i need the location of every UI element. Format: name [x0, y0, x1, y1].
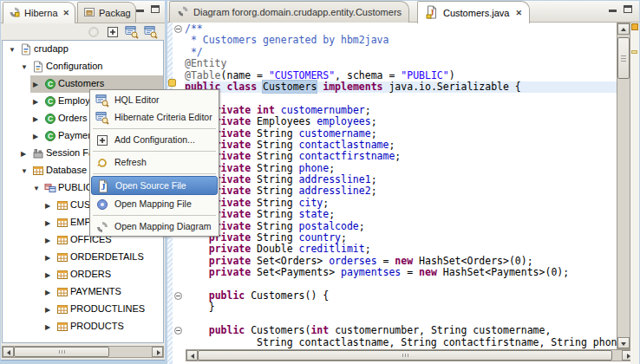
collapse-arrow-icon[interactable]: ▼	[21, 167, 28, 175]
scroll-up-button[interactable]	[617, 23, 630, 35]
menu-item-open-source-file[interactable]: JOpen Source File	[91, 176, 218, 195]
svg-text:J: J	[101, 182, 106, 192]
maximize-icon[interactable]	[151, 5, 160, 13]
scroll-down-button[interactable]	[617, 337, 630, 348]
expand-arrow-icon[interactable]: ▶	[33, 98, 38, 106]
scroll-thumb[interactable]	[198, 350, 612, 361]
left-view-toolbar	[1, 24, 165, 40]
tree-item-payments[interactable]: ▶PAYMENTS	[3, 283, 163, 301]
close-icon[interactable]: ✕	[515, 9, 522, 17]
editor-tabbar: Diagram fororg.domain.crudapp.entity.Cus…	[167, 1, 639, 23]
tree-item-products[interactable]: ▶PRODUCTS	[3, 318, 163, 335]
collapse-arrow-icon[interactable]: ▼	[9, 46, 16, 54]
code-line: private Employees employees;	[185, 116, 617, 127]
scroll-left-button[interactable]	[3, 347, 14, 357]
scroll-right-button[interactable]	[152, 347, 163, 357]
expand-arrow-icon[interactable]: ▶	[33, 115, 38, 123]
overview-annotation-icon	[631, 23, 638, 30]
code-line: private String phone;	[185, 163, 617, 174]
code-line: public class Customers implements java.i…	[185, 81, 617, 93]
menu-item-label: Open Mapping File	[114, 198, 192, 209]
tab-package-explorer[interactable]: Packag	[77, 2, 136, 23]
overview-ruler[interactable]	[630, 23, 639, 364]
expand-arrow-icon[interactable]: ▶	[33, 81, 38, 88]
expand-arrow-icon[interactable]: ▶	[45, 271, 50, 279]
fold-collapse-icon[interactable]	[174, 292, 182, 300]
menu-item-refresh[interactable]: Refresh	[91, 153, 218, 171]
menu-item-hibernate-criteria-editor[interactable]: Hibernate Criteria Editor	[91, 108, 218, 126]
expand-arrow-icon[interactable]: ▶	[45, 306, 50, 314]
eclipse-window: Hiberna ✕ Packag ▼crudapp▼Configuration▶…	[0, 0, 640, 364]
tree-item-configuration[interactable]: ▼Configuration	[3, 58, 163, 75]
fold-collapse-icon[interactable]	[174, 25, 182, 33]
tab-hibernate-configurations[interactable]: Hiberna ✕	[3, 2, 75, 23]
scroll-thumb[interactable]	[14, 347, 109, 357]
add-configuration-icon	[95, 133, 109, 146]
code-line: private String addressline1;	[185, 174, 617, 185]
menu-separator	[91, 171, 218, 176]
minimize-icon[interactable]	[609, 5, 617, 13]
tab-customers-java[interactable]: J Customers.java ✕	[417, 1, 530, 23]
java-file-icon: J	[96, 179, 110, 192]
code-line: }	[185, 302, 617, 313]
add-configuration-icon[interactable]	[106, 25, 120, 39]
tree-item-crudapp[interactable]: ▼crudapp	[3, 41, 163, 58]
table-icon	[56, 303, 69, 315]
expand-arrow-icon[interactable]: ▶	[45, 289, 50, 296]
hql-editor-icon[interactable]	[125, 25, 139, 39]
tab-label: Packag	[99, 8, 131, 18]
criteria-editor-icon[interactable]	[144, 25, 158, 39]
code-line: private String contactfirstname;	[185, 151, 617, 162]
tree-item-label: PRODUCTLINES	[70, 303, 145, 314]
code-line: public Customers() {	[185, 290, 617, 302]
scroll-thumb[interactable]	[617, 37, 630, 79]
sql-editor-icon	[95, 94, 109, 106]
left-view-buttons	[136, 5, 160, 13]
menu-separator	[91, 126, 218, 131]
code-line: private Double creditlimit;	[185, 244, 617, 255]
expand-arrow-icon[interactable]: ▶	[21, 150, 26, 158]
tree-item-label: PUBLIC	[58, 182, 93, 192]
tree-item-productlines[interactable]: ▶PRODUCTLINES	[3, 301, 163, 318]
menu-item-open-mapping-file[interactable]: Open Mapping File	[91, 195, 218, 212]
table-icon	[56, 234, 69, 246]
menu-item-hql-editor[interactable]: HQL Editor	[91, 91, 218, 108]
editor-vscrollbar[interactable]	[617, 23, 630, 349]
menu-item-add-configuration[interactable]: Add Configuration...	[91, 131, 218, 148]
tree-item-orders[interactable]: ▶ORDERS	[3, 266, 163, 283]
close-icon[interactable]: ✕	[63, 9, 70, 17]
svg-text:C: C	[48, 114, 53, 123]
minimize-icon[interactable]	[136, 5, 144, 13]
package-explorer-icon	[83, 6, 95, 20]
tab-diagram[interactable]: Diagram fororg.domain.crudapp.entity.Cus…	[169, 1, 409, 23]
tree-item-orderdetails[interactable]: ▶ORDERDETAILS	[3, 249, 163, 266]
expand-arrow-icon[interactable]: ▶	[45, 219, 50, 227]
code-line: private String postalcode;	[185, 221, 617, 232]
code-line: private Set<Orders> orderses = new HashS…	[185, 256, 617, 267]
left-tree-hscrollbar[interactable]	[2, 346, 164, 358]
editor-hscrollbar[interactable]	[186, 349, 634, 361]
expand-arrow-icon[interactable]: ▶	[45, 323, 50, 331]
class-green-icon: C	[44, 95, 56, 107]
menu-item-label: Open Source File	[115, 180, 186, 191]
maximize-icon[interactable]	[624, 5, 632, 13]
scroll-left-button[interactable]	[186, 350, 198, 361]
fold-collapse-icon[interactable]	[174, 327, 182, 335]
code-line: private String addressline2;	[185, 185, 617, 197]
collapse-all-icon[interactable]	[87, 25, 101, 39]
left-view-tabbar: Hiberna ✕ Packag	[1, 1, 165, 23]
collapse-arrow-icon[interactable]: ▼	[21, 63, 28, 71]
svg-text:C: C	[48, 132, 53, 140]
tree-item-label: crudapp	[34, 43, 69, 54]
diagram-icon	[177, 5, 189, 19]
menu-item-open-mapping-diagram[interactable]: Open Mapping Diagram	[91, 218, 218, 235]
collapse-arrow-icon[interactable]: ▼	[33, 185, 40, 192]
expand-arrow-icon[interactable]: ▶	[33, 133, 38, 140]
expand-arrow-icon[interactable]: ▶	[45, 202, 50, 210]
code-text[interactable]: /** * Customers generated by hbm2java */…	[185, 23, 617, 349]
mapping-file-icon	[95, 198, 109, 210]
expand-arrow-icon[interactable]: ▶	[45, 254, 50, 262]
tree-item-label: ORDERDETAILS	[70, 251, 144, 262]
menu-item-label: Hibernate Criteria Editor	[114, 112, 212, 122]
expand-arrow-icon[interactable]: ▶	[45, 237, 50, 244]
